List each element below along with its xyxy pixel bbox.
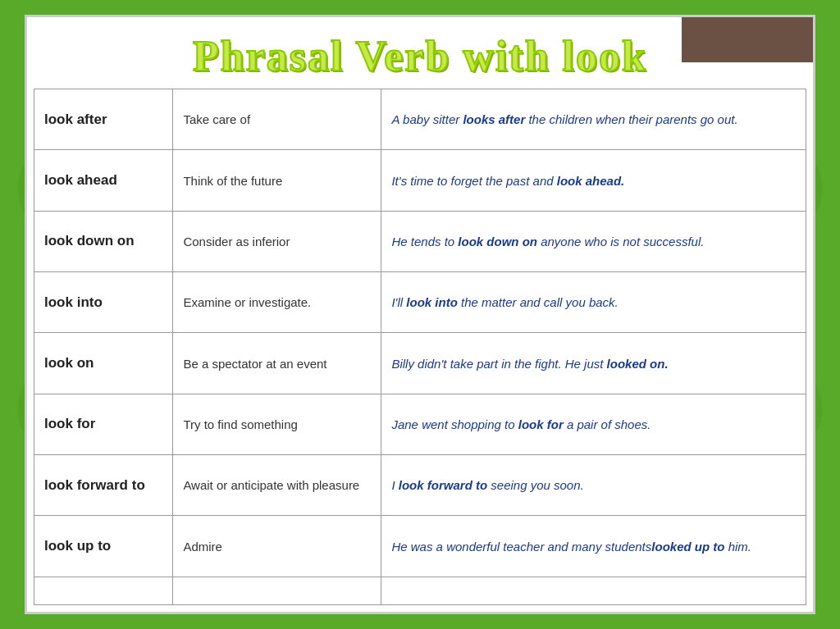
table-row: look onBe a spectator at an eventBilly d… — [34, 333, 806, 394]
example-cell: I look forward to seeing you soon. — [381, 455, 806, 516]
example-text-end: a pair of shoes. — [564, 417, 651, 431]
table-row: look down onConsider as inferiorHe tends… — [34, 211, 806, 271]
example-text-bold: look for — [518, 417, 564, 431]
example-text-bold: look down on — [458, 235, 537, 248]
phrase-cell: look for — [34, 394, 173, 454]
phrase-cell: look into — [34, 272, 173, 333]
example-text-plain: I'll — [391, 295, 406, 309]
definition-cell: Admire — [173, 516, 381, 577]
example-text-bold: looks after — [463, 112, 525, 126]
definition-cell: Await or anticipate with pleasure — [173, 455, 381, 516]
example-text-bold: looked on. — [607, 357, 669, 371]
example-cell: Jane went shopping to look for a pair of… — [381, 394, 806, 454]
phrase-cell: look ahead — [34, 150, 173, 211]
example-cell: It's time to forget the past and look ah… — [381, 150, 806, 211]
table-row: look forTry to find somethingJane went s… — [34, 394, 806, 454]
example-text-end: him. — [724, 540, 751, 554]
table-row: look aheadThink of the futureIt's time t… — [34, 150, 806, 211]
definition-cell — [173, 577, 381, 604]
example-text-plain: He was a wonderful teacher and many stud… — [391, 540, 651, 554]
definition-cell: Be a spectator at an event — [173, 333, 381, 394]
example-text-bold: look into — [406, 295, 458, 309]
definition-cell: Think of the future — [173, 150, 381, 211]
example-cell: Billy didn't take part in the fight. He … — [381, 333, 806, 394]
example-text-plain: It's time to forget the past and — [391, 174, 556, 188]
example-text-bold: look forward to — [399, 478, 487, 492]
definition-cell: Examine or investigate. — [173, 272, 381, 333]
title-area: Phrasal Verb with look — [27, 17, 813, 89]
phrase-cell: look down on — [34, 211, 173, 271]
example-cell: I'll look into the matter and call you b… — [381, 272, 806, 333]
example-text-end: seeing you soon. — [487, 478, 584, 492]
page-title: Phrasal Verb with look — [193, 33, 647, 80]
table-row: look forward toAwait or anticipate with … — [34, 455, 806, 516]
example-cell: He tends to look down on anyone who is n… — [381, 211, 806, 271]
phrase-cell: look up to — [34, 516, 173, 577]
table-row: look afterTake care ofA baby sitter look… — [34, 89, 806, 150]
definition-cell: Take care of — [173, 89, 381, 150]
definition-cell: Consider as inferior — [173, 211, 381, 271]
table-area: look afterTake care ofA baby sitter look… — [27, 89, 813, 612]
phrase-cell: look on — [34, 333, 173, 394]
main-container: Phrasal Verb with look look afterTake ca… — [25, 15, 815, 614]
example-cell: He was a wonderful teacher and many stud… — [381, 516, 806, 577]
example-text-end: anyone who is not successful. — [537, 235, 704, 248]
table-row: look up toAdmireHe was a wonderful teach… — [34, 516, 806, 577]
example-text-bold: looked up to — [651, 540, 724, 554]
example-text-end: the matter and call you back. — [458, 295, 619, 309]
example-text-plain: A baby sitter — [391, 112, 463, 126]
example-cell — [381, 577, 806, 604]
example-text-plain: I — [391, 478, 398, 492]
phrase-cell — [34, 577, 173, 604]
table-row — [34, 577, 806, 604]
example-text-bold: look ahead. — [557, 174, 625, 188]
phrase-cell: look forward to — [34, 455, 173, 516]
phrase-cell: look after — [34, 89, 173, 150]
definition-cell: Try to find something — [173, 394, 381, 454]
example-text-end: the children when their parents go out. — [525, 112, 737, 126]
example-text-plain: Jane went shopping to — [391, 417, 518, 431]
example-text-plain: Billy didn't take part in the fight. He … — [391, 357, 606, 371]
phrasal-verb-table: look afterTake care ofA baby sitter look… — [34, 89, 806, 605]
example-text-plain: He tends to — [391, 235, 458, 248]
table-row: look intoExamine or investigate.I'll loo… — [34, 272, 806, 333]
example-cell: A baby sitter looks after the children w… — [381, 89, 806, 150]
